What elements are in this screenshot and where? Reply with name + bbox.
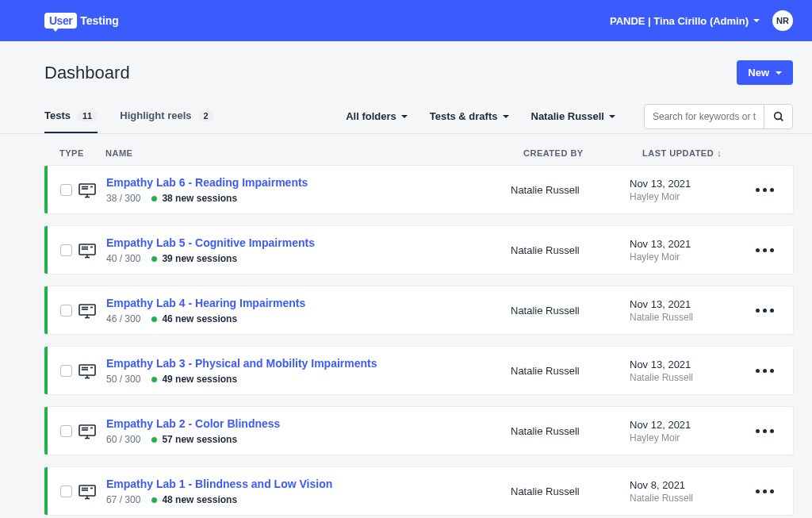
filter-folders[interactable]: All folders xyxy=(346,110,408,122)
row-checkbox[interactable] xyxy=(60,425,72,437)
row-updated: Nov 13, 2021 Hayley Moir xyxy=(630,178,749,202)
search-box xyxy=(644,104,793,129)
search-input[interactable] xyxy=(645,105,764,129)
test-title-link[interactable]: Empathy Lab 2 - Color Blindness xyxy=(106,417,280,430)
row-type-icon-cell xyxy=(78,363,106,378)
row-updated-by: Natalie Russell xyxy=(630,312,749,323)
logo-text: Testing xyxy=(80,14,119,27)
status-dot-icon xyxy=(151,377,157,382)
session-count: 38 / 300 xyxy=(106,193,140,204)
table-row: Empathy Lab 4 - Hearing Impairments 46 /… xyxy=(44,286,793,334)
search-icon xyxy=(772,110,785,123)
row-checkbox-cell xyxy=(60,425,78,437)
row-actions-button[interactable] xyxy=(749,188,780,192)
row-type-icon-cell xyxy=(78,303,106,317)
tab-badge: 2 xyxy=(198,110,214,121)
row-updated: Nov 13, 2021 Natalie Russell xyxy=(630,359,749,383)
row-main: Empathy Lab 3 - Physical and Mobility Im… xyxy=(106,356,511,385)
col-last-updated[interactable]: LAST UPDATED ↓ xyxy=(642,148,761,158)
new-sessions-text: 46 new sessions xyxy=(162,313,237,324)
row-updated-date: Nov 13, 2021 xyxy=(630,238,749,250)
page-title: Dashboard xyxy=(44,63,130,83)
search-button[interactable] xyxy=(764,105,792,129)
row-checkbox[interactable] xyxy=(60,184,72,196)
row-actions-button[interactable] xyxy=(749,489,780,493)
col-label: LAST UPDATED xyxy=(642,148,714,158)
row-checkbox[interactable] xyxy=(60,485,72,497)
chevron-down-icon xyxy=(753,19,760,22)
account-menu[interactable]: PANDE | Tina Cirillo (Admin) xyxy=(610,15,760,27)
col-created-by: CREATED BY xyxy=(523,148,642,158)
row-checkbox[interactable] xyxy=(60,305,72,317)
row-main: Empathy Lab 2 - Color Blindness 60 / 300… xyxy=(106,416,511,445)
tabs-filter-bar: Tests 11 Highlight reels 2 All folders T… xyxy=(0,99,812,134)
filter-label: All folders xyxy=(346,110,396,122)
column-headers: TYPE NAME CREATED BY LAST UPDATED ↓ xyxy=(0,134,812,166)
chevron-down-icon xyxy=(401,115,408,118)
row-actions-button[interactable] xyxy=(749,248,780,252)
new-button[interactable]: New xyxy=(737,60,793,85)
test-title-link[interactable]: Empathy Lab 4 - Hearing Impairments xyxy=(106,297,305,309)
session-count: 67 / 300 xyxy=(106,494,140,505)
row-actions-button[interactable] xyxy=(749,369,780,373)
filter-owner[interactable]: Natalie Russell xyxy=(531,110,616,122)
row-updated: Nov 12, 2021 Hayley Moir xyxy=(630,419,749,443)
row-updated: Nov 13, 2021 Natalie Russell xyxy=(630,298,749,323)
new-button-label: New xyxy=(748,67,769,79)
row-checkbox[interactable] xyxy=(60,244,72,256)
tab-label: Highlight reels xyxy=(120,109,191,121)
row-type-icon-cell xyxy=(78,484,106,498)
col-type: TYPE xyxy=(59,148,105,158)
table-row: Empathy Lab 6 - Reading Impairments 38 /… xyxy=(44,166,793,213)
status-dot-icon xyxy=(151,256,157,262)
row-type-icon-cell xyxy=(78,182,106,197)
user-area: PANDE | Tina Cirillo (Admin) NR xyxy=(610,10,793,31)
session-count: 60 / 300 xyxy=(106,434,140,445)
row-updated-date: Nov 8, 2021 xyxy=(630,479,749,491)
more-icon xyxy=(756,429,774,433)
tab-highlight-reels[interactable]: Highlight reels 2 xyxy=(120,99,213,133)
table-row: Empathy Lab 1 - Blindness and Low Vision… xyxy=(44,467,793,515)
session-count: 46 / 300 xyxy=(106,313,140,324)
chevron-down-icon xyxy=(609,115,615,118)
row-checkbox-cell xyxy=(60,184,78,196)
tab-badge: 11 xyxy=(77,110,98,121)
filter-status[interactable]: Tests & drafts xyxy=(430,110,509,122)
test-title-link[interactable]: Empathy Lab 1 - Blindness and Low Vision xyxy=(106,478,332,490)
test-title-link[interactable]: Empathy Lab 3 - Physical and Mobility Im… xyxy=(106,357,377,370)
row-main: Empathy Lab 1 - Blindness and Low Vision… xyxy=(106,477,511,505)
row-updated-date: Nov 13, 2021 xyxy=(630,178,749,190)
row-checkbox[interactable] xyxy=(60,365,72,377)
logo[interactable]: User Testing xyxy=(44,13,119,29)
row-actions-button[interactable] xyxy=(749,309,780,313)
new-sessions: 39 new sessions xyxy=(151,253,237,264)
row-main: Empathy Lab 5 - Cognitive Impairments 40… xyxy=(106,236,511,264)
new-sessions: 48 new sessions xyxy=(151,494,237,505)
row-updated-date: Nov 13, 2021 xyxy=(630,298,749,310)
row-actions-button[interactable] xyxy=(749,429,780,433)
row-updated-by: Natalie Russell xyxy=(630,493,749,504)
row-updated-by: Natalie Russell xyxy=(630,372,749,383)
row-type-icon-cell xyxy=(78,424,106,438)
avatar[interactable]: NR xyxy=(772,10,793,31)
row-created-by: Natalie Russell xyxy=(511,244,630,256)
filter-label: Natalie Russell xyxy=(531,110,605,122)
new-sessions: 57 new sessions xyxy=(151,434,237,445)
row-created-by: Natalie Russell xyxy=(511,425,630,437)
row-updated-date: Nov 12, 2021 xyxy=(630,419,749,431)
new-sessions-text: 39 new sessions xyxy=(162,253,237,264)
row-created-by: Natalie Russell xyxy=(511,365,630,377)
tab-tests[interactable]: Tests 11 xyxy=(44,99,98,133)
desktop-icon xyxy=(78,303,95,317)
more-icon xyxy=(756,489,774,493)
filter-label: Tests & drafts xyxy=(430,110,498,122)
desktop-icon xyxy=(78,243,95,257)
test-title-link[interactable]: Empathy Lab 5 - Cognitive Impairments xyxy=(106,236,315,249)
more-icon xyxy=(756,309,774,313)
test-title-link[interactable]: Empathy Lab 6 - Reading Impairments xyxy=(106,176,308,189)
account-label: PANDE | Tina Cirillo (Admin) xyxy=(610,15,749,27)
more-icon xyxy=(756,188,774,192)
tab-label: Tests xyxy=(44,109,71,121)
new-sessions-text: 38 new sessions xyxy=(162,193,237,204)
row-created-by: Natalie Russell xyxy=(511,485,630,497)
